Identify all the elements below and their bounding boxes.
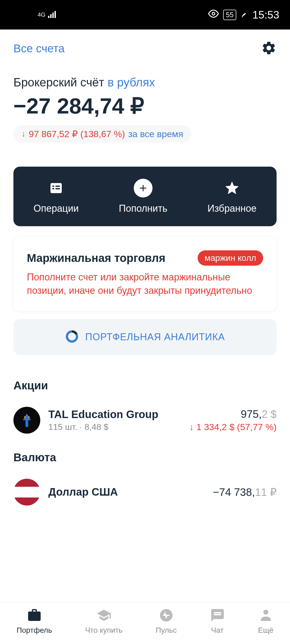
svg-rect-0 [48, 16, 49, 18]
margin-badge: маржин колл [198, 250, 263, 266]
star-icon [223, 179, 241, 197]
nav-label: Что купить [85, 626, 122, 635]
nav-pulse[interactable]: Пульс [156, 608, 177, 635]
operations-label: Операции [34, 203, 79, 214]
margin-title: Маржинальная торговля [27, 252, 165, 265]
asset-name: Доллар США [48, 486, 205, 498]
svg-rect-3 [55, 11, 56, 18]
svg-rect-9 [56, 188, 60, 189]
graduation-icon [96, 608, 111, 624]
usa-flag-icon [13, 479, 40, 506]
account-title: Брокерский счёт в рублях [13, 76, 277, 89]
asset-name: TAL Education Group [48, 408, 181, 420]
svg-rect-7 [56, 186, 60, 187]
chart-icon [65, 330, 79, 344]
plus-icon [134, 179, 153, 197]
briefcase-icon [27, 608, 42, 624]
chat-icon [210, 608, 225, 624]
signal-icon: 4G [38, 11, 45, 18]
svg-rect-8 [52, 188, 54, 189]
svg-rect-11 [24, 416, 26, 418]
margin-text: Пополните счет или закройте маржинальные… [27, 270, 263, 298]
nav-portfolio[interactable]: Портфель [17, 608, 52, 635]
asset-sub: 115 шт. · 8,48 $ [48, 422, 181, 432]
gear-icon[interactable] [261, 40, 277, 57]
asset-row[interactable]: TAL Education Group 115 шт. · 8,48 $ 975… [0, 400, 290, 440]
nav-buy[interactable]: Что купить [85, 608, 122, 635]
asset-change: ↓ 1 334,2 $ (57,77 %) [189, 422, 277, 432]
change-row[interactable]: ↓ 97 867,52 ₽ (138,67 %) за все время [13, 125, 191, 142]
favorites-label: Избранное [208, 203, 256, 214]
pulse-icon [159, 608, 174, 624]
deposit-label: Пополнить [119, 203, 168, 214]
deposit-button[interactable]: Пополнить [119, 179, 168, 214]
svg-point-4 [212, 12, 215, 15]
actions-bar: Операции Пополнить Избранное [13, 167, 277, 226]
currency-section-title: Валюта [0, 440, 290, 472]
analytics-button[interactable]: ПОРТФЕЛЬНАЯ АНАЛИТИКА [13, 319, 277, 355]
asset-value: −74 738,11 ₽ [213, 486, 277, 498]
svg-rect-6 [52, 186, 54, 187]
asset-value: 975,2 $ [189, 408, 277, 420]
svg-rect-12 [28, 416, 30, 418]
nav-label: Ещё [258, 626, 273, 635]
change-value: 97 867,52 ₽ (138,67 %) [29, 129, 125, 139]
person-icon [258, 608, 273, 624]
arrow-down-icon: ↓ [21, 129, 26, 138]
currency-link[interactable]: в рублях [107, 76, 155, 89]
time: 15:53 [252, 9, 279, 21]
balance: −27 284,74 ₽ [13, 93, 277, 119]
svg-rect-2 [52, 13, 54, 18]
list-icon [47, 179, 66, 197]
leaf-icon [241, 9, 248, 20]
svg-point-14 [263, 610, 268, 615]
nav-chat[interactable]: Чат [210, 608, 225, 635]
all-accounts-link[interactable]: Все счета [13, 42, 65, 55]
eye-icon [208, 8, 219, 21]
nav-label: Пульс [156, 626, 177, 635]
nav-more[interactable]: Ещё [258, 608, 273, 635]
change-period: за все время [128, 129, 183, 139]
asset-row[interactable]: Доллар США −74 738,11 ₽ [0, 472, 290, 506]
analytics-label: ПОРТФЕЛЬНАЯ АНАЛИТИКА [85, 331, 225, 343]
nav-label: Чат [211, 626, 223, 635]
favorites-button[interactable]: Избранное [208, 179, 256, 214]
margin-card[interactable]: Маржинальная торговля маржин колл Пополн… [13, 237, 277, 311]
signal-bars-icon [48, 9, 58, 20]
nav-label: Портфель [17, 626, 52, 635]
battery-icon: 55 [223, 10, 236, 20]
bottom-nav: Портфель Что купить Пульс Чат Ещё [0, 602, 290, 644]
operations-button[interactable]: Операции [34, 179, 79, 214]
tal-logo-icon [13, 407, 40, 434]
svg-rect-1 [50, 14, 52, 18]
stocks-section-title: Акции [0, 368, 290, 400]
status-bar: 4G 55 15:53 [0, 0, 290, 30]
